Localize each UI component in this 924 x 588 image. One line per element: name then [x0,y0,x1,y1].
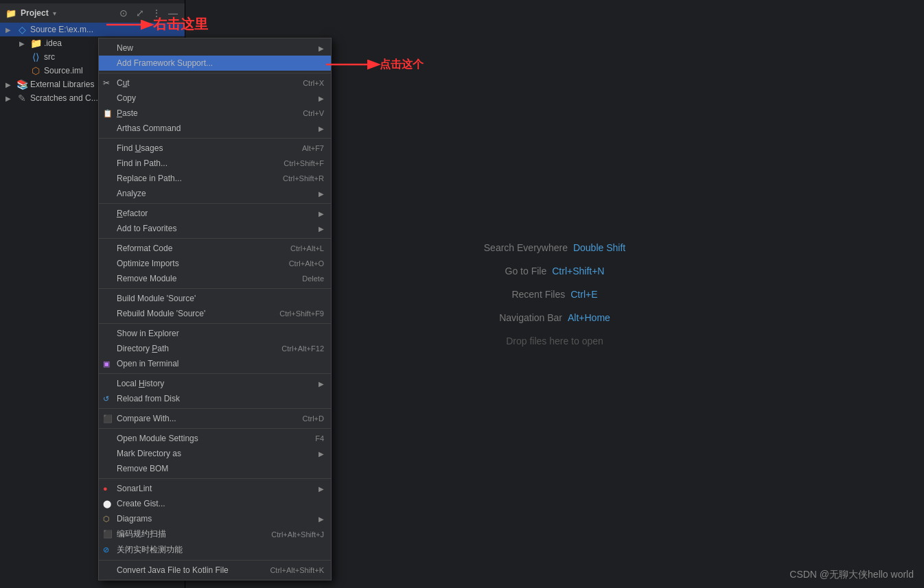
code-scan-icon: ⬛ [103,530,113,539]
menu-text-remove-module: Remove Module [117,274,298,283]
menu-sep-9 [99,428,331,429]
folder-icon: 📁 [5,8,16,19]
menu-item-add-framework[interactable]: Add Framework Support... [99,56,331,71]
menu-shortcut-replace-path: Ctrl+Shift+R [283,174,324,183]
menu-text-refactor: Refactor [117,209,314,218]
menu-text-code-scan: 编码规约扫描 [117,528,267,540]
menu-text-remove-bom: Remove BOM [117,464,324,473]
menu-item-show-explorer[interactable]: Show in Explorer [99,326,331,341]
menu-shortcut-dir-path: Ctrl+Alt+F12 [281,344,324,353]
tree-label-external: External Libraries [30,80,94,89]
tree-label-src: src [44,52,55,62]
sidebar-title: Project [21,8,49,18]
realtime-icon: ⊘ [103,545,109,554]
menu-text-find-path: Find in Path... [117,158,279,168]
menu-text-analyze: Analyze [117,189,314,198]
goto-label: Go to File [505,266,547,277]
menu-item-create-gist[interactable]: ⬤ Create Gist... [99,496,331,511]
cut-icon: ✂ [103,78,110,88]
menu-text-open-terminal: Open in Terminal [117,359,324,368]
menu-sep-7 [99,373,331,374]
menu-item-find-path[interactable]: Find in Path... Ctrl+Shift+F [99,156,331,171]
tree-arrow-source: ▶ [5,26,14,34]
gist-icon: ⬤ [103,499,111,508]
diagrams-icon: ⬡ [103,515,110,524]
menu-shortcut-compare: Ctrl+D [303,414,324,423]
navbar-key: Alt+Home [568,312,610,323]
tree-label-iml: Source.iml [44,66,83,75]
paste-icon: 📋 [103,109,113,118]
watermark: CSDN @无聊大侠hello world [789,569,914,581]
menu-item-find-usages[interactable]: Find Usages Alt+F7 [99,141,331,156]
menu-item-module-settings[interactable]: Open Module Settings F4 [99,431,331,446]
menu-item-optimize[interactable]: Optimize Imports Ctrl+Alt+O [99,256,331,271]
menu-item-cut[interactable]: ✂ Cut Ctrl+X [99,75,331,91]
menu-text-cut: Cut [117,78,299,88]
scratches-icon: ✎ [16,93,27,104]
menu-arrow-analyze: ▶ [319,190,324,198]
menu-sep-2 [99,138,331,139]
menu-text-optimize: Optimize Imports [117,259,285,268]
shortcut-search: Search Everywhere Double Shift [484,242,625,253]
tree-arrow-scratches: ▶ [5,95,14,102]
menu-item-reload-disk[interactable]: ↺ Reload from Disk [99,391,331,406]
menu-item-code-scan[interactable]: ⬛ 编码规约扫描 Ctrl+Alt+Shift+J [99,526,331,542]
menu-item-mark-directory[interactable]: Mark Directory as ▶ [99,446,331,461]
menu-text-arthas: Arthas Command [117,124,314,133]
menu-item-replace-path[interactable]: Replace in Path... Ctrl+Shift+R [99,171,331,186]
navbar-label: Navigation Bar [499,312,562,323]
menu-item-open-terminal[interactable]: ▣ Open in Terminal [99,356,331,371]
menu-item-add-favorites[interactable]: Add to Favorites ▶ [99,221,331,236]
idea-folder-icon: 📁 [30,38,41,49]
menu-sep-6 [99,323,331,324]
menu-text-create-gist: Create Gist... [117,499,324,508]
menu-item-dir-path[interactable]: Directory Path Ctrl+Alt+F12 [99,341,331,356]
menu-sep-5 [99,288,331,289]
menu-shortcut-find-path: Ctrl+Shift+F [284,159,324,167]
menu-shortcut-rebuild: Ctrl+Shift+F9 [279,309,324,318]
compare-icon: ⬛ [103,414,113,423]
menu-item-reformat[interactable]: Reformat Code Ctrl+Alt+L [99,241,331,256]
menu-text-local-history: Local History [117,379,314,388]
menu-text-paste: Paste [117,108,299,118]
menu-item-copy[interactable]: Copy ▶ [99,91,331,106]
menu-item-paste[interactable]: 📋 Paste Ctrl+V [99,106,331,121]
tree-label-scratches: Scratches and C... [30,93,98,103]
menu-item-remove-bom[interactable]: Remove BOM [99,461,331,476]
menu-item-remove-module[interactable]: Remove Module Delete [99,271,331,286]
menu-shortcut-remove-module: Delete [302,274,324,283]
annotation-right-click: 右击这里 [153,15,208,34]
menu-text-add-favorites: Add to Favorites [117,224,314,233]
menu-arrow-sonarlint: ▶ [319,485,324,493]
tree-arrow-src: ▶ [19,54,27,61]
menu-sep-3 [99,203,331,204]
source-icon: ◇ [16,24,27,35]
menu-item-arthas[interactable]: Arthas Command ▶ [99,121,331,136]
menu-item-compare-with[interactable]: ⬛ Compare With... Ctrl+D [99,411,331,426]
menu-item-new[interactable]: New ▶ [99,40,331,56]
menu-item-build-module[interactable]: Build Module 'Source' [99,291,331,306]
src-icon: ⟨⟩ [30,51,41,62]
menu-item-local-history[interactable]: Local History ▶ [99,376,331,391]
menu-text-new: New [117,43,314,53]
menu-item-diagrams[interactable]: ⬡ Diagrams ▶ [99,511,331,526]
menu-item-analyze[interactable]: Analyze ▶ [99,186,331,201]
menu-item-sonarlint[interactable]: ● SonarLint ▶ [99,481,331,496]
recent-key: Ctrl+E [570,289,597,300]
menu-shortcut-convert-kotlin: Ctrl+Alt+Shift+K [270,566,324,574]
menu-item-refactor[interactable]: Refactor ▶ [99,206,331,221]
menu-text-rebuild-module: Rebuild Module 'Source' [117,309,275,318]
shortcut-recent: Recent Files Ctrl+E [511,289,597,300]
menu-item-rebuild-module[interactable]: Rebuild Module 'Source' Ctrl+Shift+F9 [99,306,331,321]
menu-item-realtime[interactable]: ⊘ 关闭实时检测功能 [99,542,331,558]
chevron-down-icon[interactable]: ▾ [53,10,56,17]
menu-text-module-settings: Open Module Settings [117,434,311,443]
drop-text: Drop files here to open [506,336,603,346]
menu-text-replace-path: Replace in Path... [117,174,279,183]
sonarlint-icon: ● [103,484,108,493]
menu-text-diagrams: Diagrams [117,514,314,524]
reload-icon: ↺ [103,395,109,403]
menu-sep-4 [99,238,331,239]
menu-item-convert-kotlin[interactable]: Convert Java File to Kotlin File Ctrl+Al… [99,563,331,578]
menu-text-copy: Copy [117,93,314,103]
